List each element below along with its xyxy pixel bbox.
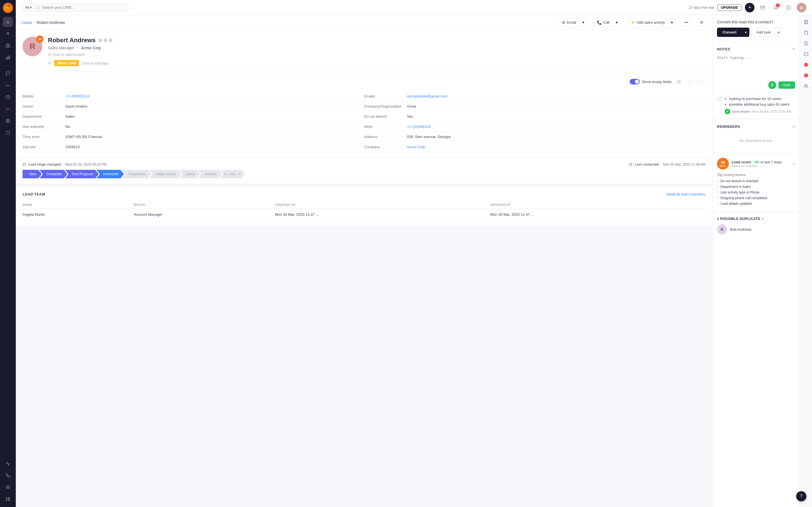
dup-header: 1 POSSIBLE DUPLICATE ℹ bbox=[717, 217, 795, 221]
lead-company[interactable]: Acme Corp bbox=[81, 46, 101, 50]
sidebar-icon-settings[interactable] bbox=[3, 116, 13, 126]
settings-button[interactable]: ⚙ bbox=[697, 18, 707, 27]
score-collapse-button[interactable]: ∧ bbox=[792, 162, 795, 166]
far-right-doc-icon[interactable] bbox=[802, 28, 811, 37]
note-content: looking to purchase for 10 users possibl… bbox=[725, 96, 795, 114]
stage-negotiation[interactable]: Negotiation bbox=[121, 170, 151, 178]
email-action[interactable] bbox=[758, 3, 767, 12]
bell-action[interactable] bbox=[784, 3, 794, 12]
sidebar-icon-messages[interactable] bbox=[3, 68, 13, 78]
call-chevron[interactable]: ▾ bbox=[613, 18, 620, 27]
field-mobile-value[interactable]: +1-203955124 bbox=[65, 94, 89, 98]
warm-lead-tag[interactable]: Warm Lead bbox=[54, 60, 79, 66]
far-right-hands-icon[interactable] bbox=[802, 82, 811, 91]
stage-contacted[interactable]: Contacted bbox=[40, 170, 67, 178]
notifications-action[interactable]: 1 bbox=[771, 3, 780, 12]
no-reminders-text: No reminders found. bbox=[717, 133, 795, 149]
convert-chevron[interactable]: ▾ bbox=[742, 27, 749, 37]
sidebar-icon-home[interactable]: ⌂ bbox=[3, 17, 13, 27]
sidebar-icon-contacts[interactable] bbox=[3, 29, 13, 39]
reminders-header: REMINDERS + bbox=[717, 124, 795, 129]
fields-left-column: Mobile +1-203955124 Owner Gavin Anders D… bbox=[22, 91, 364, 152]
field-emails-value[interactable]: rob.andrews@gmail.com bbox=[407, 94, 448, 98]
call-button[interactable]: 📞 Call bbox=[593, 18, 613, 27]
field-owner: Owner Gavin Anders bbox=[22, 101, 364, 112]
far-right-activity-icon[interactable]: ! bbox=[802, 71, 811, 80]
stage-demo[interactable]: Demo bbox=[179, 170, 200, 178]
sidebar-icon-deals[interactable] bbox=[3, 41, 13, 51]
field-dnd-value: Yes bbox=[407, 114, 413, 119]
convert-button[interactable]: Convert bbox=[717, 27, 742, 37]
toggle-switch[interactable] bbox=[629, 79, 640, 84]
sidebar-icon-apps[interactable] bbox=[3, 494, 13, 504]
show-empty-toggle[interactable]: Show empty fields bbox=[629, 79, 672, 84]
user-avatar[interactable]: G bbox=[797, 3, 806, 12]
fields-next-button[interactable]: › bbox=[698, 78, 705, 86]
stage-sent-proposal[interactable]: Sent Proposal bbox=[65, 170, 99, 178]
field-timezone-value: (GMT+05:30) Chennai bbox=[65, 135, 102, 139]
far-right-photo-icon[interactable] bbox=[802, 17, 811, 26]
sidebar-icon-phone[interactable] bbox=[3, 470, 13, 481]
score-left: 39 Warm Lead score ↑ 0% in last 7 days B… bbox=[717, 158, 782, 170]
add-note-button[interactable]: + bbox=[792, 46, 795, 52]
far-right-notification-icon[interactable]: ! bbox=[802, 60, 811, 69]
factor-up-icon-1: ↑ bbox=[717, 185, 719, 189]
more-options-button[interactable]: ••• bbox=[681, 18, 691, 27]
stage-new[interactable]: New bbox=[22, 170, 42, 178]
stage-under-review[interactable]: Under review bbox=[149, 170, 181, 178]
sidebar-icon-analytics[interactable] bbox=[3, 52, 13, 62]
email-icon: ✉ bbox=[562, 20, 565, 25]
activity-icon: ⚡ bbox=[630, 20, 635, 25]
fields-prev-button[interactable]: ‹ bbox=[686, 78, 694, 86]
sidebar-icon-clock[interactable] bbox=[3, 92, 13, 102]
field-department: Department Sales bbox=[22, 112, 364, 122]
fields-search-button[interactable] bbox=[675, 78, 683, 86]
sales-activity-chevron[interactable]: ▾ bbox=[669, 18, 675, 27]
far-right-folder-icon[interactable] bbox=[802, 50, 811, 59]
score-period: in last 7 days bbox=[761, 160, 782, 164]
email-button[interactable]: ✉ Email bbox=[558, 18, 580, 27]
sidebar-icon-activity[interactable] bbox=[3, 459, 13, 469]
factor-activity-text: Last activity type is Phone bbox=[720, 190, 760, 194]
upgrade-button[interactable]: UPGRADE bbox=[717, 4, 742, 11]
show-empty-label: Show empty fields bbox=[642, 80, 672, 84]
factor-down-icon: ↓ bbox=[717, 179, 719, 183]
stage-more[interactable]: C.../Un... ▾ bbox=[220, 170, 245, 178]
add-edit-team-button[interactable]: Add/Edit team members bbox=[666, 192, 705, 196]
notes-input[interactable] bbox=[717, 55, 795, 78]
field-work-value[interactable]: +1-210498104 bbox=[407, 124, 430, 129]
trial-text: 27 days free trial bbox=[689, 6, 714, 10]
stage-interested[interactable]: Interested bbox=[96, 170, 124, 178]
save-note-button[interactable]: Save bbox=[778, 81, 795, 89]
add-reminder-button[interactable]: + bbox=[792, 124, 795, 129]
svg-point-7 bbox=[37, 6, 39, 8]
app-logo[interactable]: 🍊 bbox=[3, 3, 13, 13]
email-chevron[interactable]: ▾ bbox=[580, 18, 587, 27]
add-tag-button[interactable]: Click to add tags bbox=[81, 61, 108, 65]
search-input[interactable] bbox=[42, 5, 125, 10]
factor-activity: ↑ Last activity type is Phone bbox=[717, 190, 795, 194]
location-placeholder: Click to add location bbox=[52, 52, 85, 57]
search-filter[interactable]: All ▾ bbox=[25, 6, 34, 10]
field-work: Work +1-210498104 bbox=[364, 122, 705, 132]
add-sales-activity-button[interactable]: ⚡ Add sales activity bbox=[626, 18, 669, 27]
help-button[interactable]: ? bbox=[796, 491, 806, 501]
lead-location[interactable]: Click to add location bbox=[48, 52, 705, 57]
lead-initial: R bbox=[30, 42, 35, 51]
breadcrumb-leads-link[interactable]: Leads bbox=[21, 20, 32, 25]
add-task-button[interactable]: Add task bbox=[752, 27, 776, 37]
score-section: 39 Warm Lead score ↑ 0% in last 7 days B… bbox=[712, 153, 800, 212]
more-icon: ••• bbox=[684, 20, 688, 24]
convert-section: Convert this lead into a contact? Conver… bbox=[712, 15, 800, 42]
dup-name[interactable]: Bob Andrews bbox=[730, 227, 752, 231]
dup-title: 1 POSSIBLE DUPLICATE bbox=[717, 217, 760, 221]
stage-inactive[interactable]: Inactive bbox=[198, 170, 222, 178]
far-right-task-icon[interactable] bbox=[802, 39, 811, 48]
sidebar-icon-eye[interactable] bbox=[3, 482, 13, 492]
svg-line-8 bbox=[39, 8, 39, 9]
search-container[interactable]: All ▾ bbox=[21, 3, 129, 11]
add-task-chevron[interactable]: ▾ bbox=[776, 27, 782, 37]
add-button[interactable]: + bbox=[745, 3, 755, 12]
field-company-value[interactable]: Acme Corp bbox=[407, 145, 425, 149]
sidebar-icon-cube[interactable] bbox=[3, 128, 13, 138]
